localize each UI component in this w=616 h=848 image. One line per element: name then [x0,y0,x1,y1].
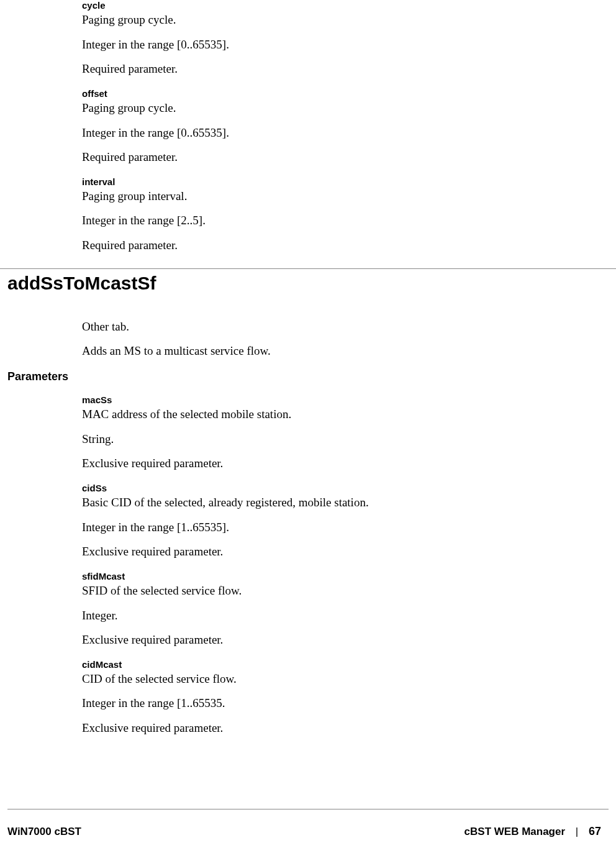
params-top-block: cycle Paging group cycle. Integer in the… [0,0,616,253]
footer-page-number: 67 [589,825,601,837]
param-desc: Paging group cycle. [82,100,566,116]
footer-sep: | [576,826,578,837]
param-type: Integer in the range [0..65535]. [82,125,566,141]
param-desc: CID of the selected service flow. [82,671,566,687]
param-type: Integer in the range [1..65535]. [82,519,566,536]
param-name: cidMcast [82,659,566,670]
param-desc: SFID of the selected service flow. [82,583,566,599]
footer-title: cBST WEB Manager [464,826,565,837]
param-desc: Paging group interval. [82,188,566,204]
intro-line: Adds an MS to a multicast service flow. [82,343,566,359]
param-req: Exclusive required parameter. [82,720,566,736]
param-req: Required parameter. [82,149,566,165]
param-type: String. [82,431,566,447]
param-name: cidSs [82,483,566,493]
param-name: offset [82,88,566,99]
param-type: Integer. [82,608,566,624]
param-desc: Basic CID of the selected, already regis… [82,495,566,511]
footer-divider [7,809,609,809]
section-divider [0,268,616,269]
parameters-heading: Parameters [7,370,616,383]
section-params-block: macSs MAC address of the selected mobile… [0,394,616,736]
param-name: cycle [82,0,566,11]
param-name: macSs [82,394,566,405]
page: cycle Paging group cycle. Integer in the… [0,0,616,848]
param-req: Required parameter. [82,237,566,253]
section-intro: Other tab. Adds an MS to a multicast ser… [0,319,616,359]
section-title: addSsToMcastSf [7,273,616,294]
footer-right: cBST WEB Manager | 67 [464,825,601,838]
param-req: Exclusive required parameter. [82,544,566,560]
param-desc: Paging group cycle. [82,12,566,28]
param-req: Exclusive required parameter. [82,455,566,472]
param-name: sfidMcast [82,571,566,581]
param-name: interval [82,176,566,187]
param-desc: MAC address of the selected mobile stati… [82,406,566,422]
intro-line: Other tab. [82,319,566,335]
param-type: Integer in the range [1..65535. [82,695,566,711]
param-req: Required parameter. [82,61,566,77]
param-req: Exclusive required parameter. [82,632,566,648]
param-type: Integer in the range [0..65535]. [82,37,566,53]
page-footer: WiN7000 cBST cBST WEB Manager | 67 [7,825,601,838]
footer-left: WiN7000 cBST [7,826,81,838]
param-type: Integer in the range [2..5]. [82,212,566,229]
